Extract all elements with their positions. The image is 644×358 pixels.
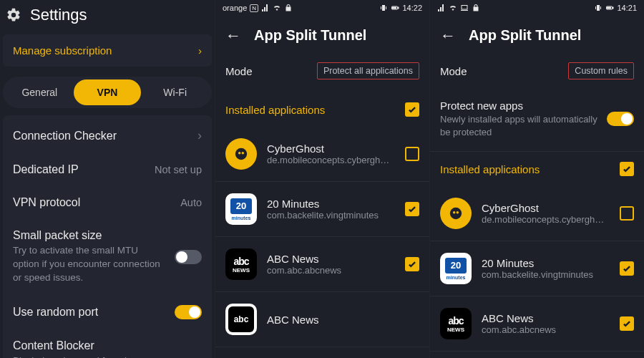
protect-new-title: Protect new apps — [440, 100, 598, 112]
row-title: Use random port — [13, 306, 98, 319]
svg-rect-9 — [613, 7, 613, 9]
clock: 14:22 — [402, 4, 422, 12]
app-checkbox[interactable] — [620, 261, 634, 276]
row-connection-checker[interactable]: Connection Checker › — [3, 118, 212, 153]
svg-point-14 — [457, 211, 459, 214]
cg-app-icon — [225, 138, 257, 170]
app-name: ABC News — [267, 253, 395, 265]
settings-list: Connection Checker › Dedicated IP Not se… — [3, 115, 212, 358]
svg-point-13 — [453, 211, 456, 214]
app-package: de.mobileconcepts.cybergh… — [267, 155, 395, 165]
app-checkbox[interactable] — [405, 257, 419, 271]
signal-icon — [261, 4, 270, 12]
row-content-blocker: Content Blocker Block domains used for a… — [3, 329, 212, 358]
toggle-random-port[interactable] — [175, 305, 202, 319]
row-value: Auto — [180, 197, 202, 208]
app-package: com.backelite.vingtminutes — [482, 269, 610, 280]
app-list: CyberGhostde.mobileconcepts.cybergh…20mi… — [215, 127, 429, 347]
split-tunnel-pane-custom: 14:21 ← App Split Tunnel Mode Custom rul… — [429, 0, 644, 358]
status-bar: orange N 14:22 — [215, 0, 429, 16]
vibrate-icon — [594, 4, 602, 12]
wifi-icon — [273, 4, 281, 12]
mode-label: Mode — [440, 65, 467, 77]
app-row: abcNEWSABC Newscom.abc.abcnews — [215, 237, 429, 292]
mode-value: Custom rules — [568, 62, 634, 79]
toggle-small-packet[interactable] — [175, 250, 202, 264]
device-icon — [460, 4, 469, 12]
lock-icon — [472, 4, 480, 12]
tab-general[interactable]: General — [6, 79, 74, 105]
row-title: Content Blocker — [13, 339, 202, 352]
protect-new-subtitle: Newly installed apps will automatically … — [440, 113, 598, 138]
row-title: Connection Checker — [13, 130, 117, 142]
tab-vpn[interactable]: VPN — [74, 79, 142, 105]
installed-apps-label: Installed applications — [225, 104, 325, 116]
wifi-icon — [449, 4, 457, 12]
svg-point-12 — [450, 208, 462, 219]
row-subtitle: Block domains used for ads, — [13, 354, 163, 358]
row-vpn-protocol[interactable]: VPN protocol Auto — [3, 186, 212, 219]
m20-app-icon: 20minutes — [440, 253, 472, 284]
app-list: CyberGhostde.mobileconcepts.cybergh…20mi… — [430, 186, 644, 352]
installed-apps-checkbox[interactable] — [405, 102, 419, 117]
abc-app-icon: abcNEWS — [225, 248, 257, 280]
protect-new-apps-row: Protect new apps Newly installed apps wi… — [430, 92, 644, 152]
svg-point-4 — [235, 148, 247, 160]
page-title: App Split Tunnel — [254, 27, 366, 44]
app-package: com.abc.abcnews — [482, 324, 610, 335]
app-name: CyberGhost — [482, 202, 610, 214]
installed-apps-checkbox[interactable] — [620, 162, 634, 176]
svg-rect-7 — [462, 6, 467, 10]
svg-rect-1 — [398, 7, 399, 9]
app-name: 20 Minutes — [267, 198, 395, 210]
title-bar: ← App Split Tunnel — [430, 16, 644, 57]
installed-apps-header: Installed applications — [430, 152, 644, 186]
svg-point-6 — [242, 152, 245, 155]
status-bar: 14:21 — [430, 0, 644, 16]
page-title: App Split Tunnel — [469, 27, 581, 44]
m20-app-icon: 20minutes — [225, 193, 257, 225]
app-row: CyberGhostde.mobileconcepts.cybergh… — [430, 186, 644, 241]
row-dedicated-ip[interactable]: Dedicated IP Not set up — [3, 153, 212, 186]
battery-icon — [391, 4, 399, 12]
mode-label: Mode — [225, 65, 253, 77]
cg-app-icon — [440, 198, 472, 229]
app-row: 20minutes20 Minutescom.backelite.vingtmi… — [430, 241, 644, 296]
row-value: Not set up — [155, 164, 202, 175]
manage-subscription-row[interactable]: Manage subscription › — [3, 34, 212, 67]
app-row: 20minutes20 Minutescom.backelite.vingtmi… — [215, 182, 429, 237]
app-checkbox[interactable] — [405, 147, 419, 161]
app-package: de.mobileconcepts.cybergh… — [482, 214, 610, 225]
app-name: 20 Minutes — [482, 257, 610, 269]
abc2-app-icon: abc — [225, 304, 257, 335]
abc-app-icon: abcNEWS — [440, 308, 472, 339]
signal-icon — [437, 4, 446, 12]
row-title: VPN protocol — [13, 196, 80, 209]
mode-row[interactable]: Mode Custom rules — [430, 57, 644, 92]
app-row: abcNEWSABC Newscom.abc.abcnews — [430, 296, 644, 352]
app-checkbox[interactable] — [405, 202, 419, 216]
back-button[interactable]: ← — [225, 28, 241, 44]
manage-subscription-label: Manage subscription — [13, 44, 112, 57]
app-checkbox[interactable] — [620, 316, 634, 331]
app-name: ABC News — [482, 312, 610, 324]
title-bar: ← App Split Tunnel — [215, 16, 429, 57]
settings-title: Settings — [30, 6, 87, 24]
svg-rect-10 — [608, 7, 611, 9]
settings-header: Settings — [0, 0, 215, 34]
back-button[interactable]: ← — [440, 28, 456, 44]
row-subtitle: Try to activate the small MTU option if … — [13, 244, 163, 285]
tab-wifi[interactable]: Wi-Fi — [141, 79, 209, 105]
app-checkbox[interactable] — [620, 206, 634, 221]
installed-apps-header: Installed applications — [215, 92, 429, 127]
chevron-right-icon: › — [198, 44, 202, 57]
svg-rect-2 — [393, 7, 396, 9]
app-name: CyberGhost — [267, 142, 395, 155]
toggle-protect-new[interactable] — [607, 112, 634, 126]
chevron-right-icon: › — [197, 128, 202, 143]
carrier-label: orange — [223, 4, 247, 12]
row-random-port: Use random port — [3, 295, 212, 329]
settings-pane: Settings Manage subscription › General V… — [0, 0, 215, 358]
mode-row[interactable]: Mode Protect all applications — [215, 57, 429, 92]
mode-value: Protect all applications — [317, 62, 419, 79]
